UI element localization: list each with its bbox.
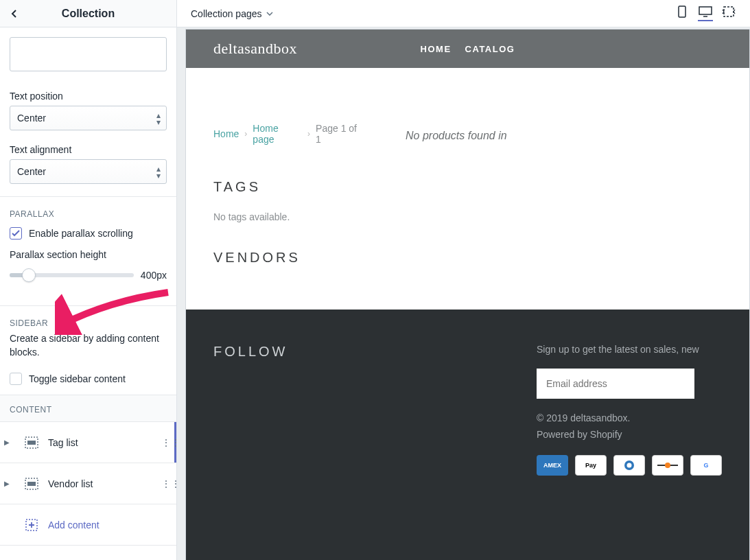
nav-catalog[interactable]: CATALOG	[465, 44, 515, 54]
description-textarea[interactable]	[10, 37, 167, 71]
toggle-sidebar-checkbox[interactable]	[10, 373, 22, 385]
store-logo[interactable]: deltasandbox	[213, 40, 297, 58]
payment-icons: AMEX Pay G	[537, 455, 722, 476]
text-alignment-value: Center	[17, 166, 46, 177]
add-content-label: Add content	[48, 520, 154, 530]
page-selector[interactable]: Collection pages	[191, 8, 273, 19]
text-position-value: Center	[17, 113, 46, 124]
desktop-preview-icon[interactable]	[698, 6, 713, 21]
section-icon	[22, 474, 41, 493]
discover-icon	[652, 455, 683, 476]
text-position-label: Text position	[10, 91, 167, 102]
parallax-height-slider[interactable]	[10, 273, 134, 277]
content-block-list: ▶ Tag list ⋮⋮ ▶ Vendor list ⋮⋮ ▶	[0, 421, 176, 546]
breadcrumb-home[interactable]: Home	[213, 128, 239, 139]
enable-parallax-label: Enable parallax scrolling	[29, 228, 133, 239]
svg-rect-7	[724, 7, 734, 16]
diners-club-icon	[613, 455, 645, 476]
sidebar-header: Collection	[0, 0, 176, 27]
vendors-heading: VENDORS	[213, 250, 364, 266]
google-pay-icon: G	[690, 455, 722, 476]
store-nav: HOME CATALOG	[421, 44, 515, 54]
amex-icon: AMEX	[537, 455, 568, 476]
tags-heading: TAGS	[213, 179, 364, 195]
main-area: Collection pages deltasandbox	[177, 0, 750, 560]
store-footer: FOLLOW Sign up to get the latest on sale…	[186, 310, 749, 560]
expand-icon[interactable]: ▶	[4, 439, 15, 446]
back-button[interactable]	[3, 0, 25, 27]
parallax-height-value: 400px	[141, 270, 167, 281]
text-position-select[interactable]: Center ▴▾	[10, 106, 167, 130]
no-tags-text: No tags available.	[213, 211, 364, 222]
parallax-section-title: PARALLAX	[0, 197, 176, 223]
breadcrumb-home-page[interactable]: Home page	[253, 123, 302, 145]
follow-heading: FOLLOW	[213, 344, 495, 360]
store-preview: deltasandbox HOME CATALOG Home › Home pa…	[185, 29, 750, 560]
content-block-vendor-list[interactable]: ▶ Vendor list ⋮⋮	[0, 463, 176, 504]
text-alignment-select[interactable]: Center ▴▾	[10, 159, 167, 184]
svg-rect-3	[27, 482, 36, 486]
parallax-height-label: Parallax section height	[10, 249, 167, 260]
select-chevron-icon: ▴▾	[156, 112, 161, 126]
content-section-title: CONTENT	[0, 395, 176, 421]
slider-handle[interactable]	[22, 268, 36, 282]
toggle-sidebar-label: Toggle sidebar content	[29, 373, 126, 384]
add-content-button[interactable]: ▶ Add content ⋮⋮	[0, 504, 176, 546]
chevron-down-icon	[266, 12, 273, 16]
email-field[interactable]	[537, 369, 694, 399]
fullscreen-preview-icon[interactable]	[721, 6, 736, 21]
mobile-preview-icon[interactable]	[675, 6, 690, 21]
no-products-message: No products found in	[406, 130, 722, 142]
drag-handle-icon[interactable]: ⋮⋮	[161, 478, 169, 489]
svg-point-9	[627, 463, 632, 468]
svg-point-11	[665, 463, 670, 468]
breadcrumb-separator-icon: ›	[307, 129, 310, 139]
apple-pay-icon: Pay	[575, 455, 607, 476]
drag-handle-icon[interactable]: ⋮⋮	[161, 437, 169, 448]
svg-rect-1	[27, 441, 36, 445]
nav-home[interactable]: HOME	[421, 44, 452, 54]
preview-topbar: Collection pages	[177, 0, 750, 27]
sidebar-title: Collection	[0, 8, 176, 20]
content-block-label: Tag list	[48, 437, 154, 448]
expand-icon[interactable]: ▶	[4, 480, 15, 487]
sidebar-section-description: Create a sidebar by adding content block…	[0, 332, 176, 369]
content-block-label: Vendor list	[48, 478, 154, 489]
store-header: deltasandbox HOME CATALOG	[186, 30, 749, 68]
copyright-text: © 2019 deltasandbox.	[537, 412, 722, 423]
breadcrumb-separator-icon: ›	[244, 129, 247, 139]
select-chevron-icon: ▴▾	[156, 165, 161, 179]
svg-rect-6	[699, 7, 712, 14]
svg-rect-5	[679, 6, 685, 17]
enable-parallax-checkbox[interactable]	[10, 227, 22, 240]
sidebar-scroll[interactable]: Text position Center ▴▾ Text alignment C…	[0, 27, 176, 560]
signup-text: Sign up to get the latest on sales, new	[537, 344, 722, 355]
section-icon	[22, 433, 41, 452]
breadcrumb: Home › Home page › Page 1 of 1	[213, 123, 364, 145]
page-selector-label: Collection pages	[191, 8, 262, 19]
add-icon	[22, 515, 41, 535]
settings-sidebar: Collection Text position Center ▴▾ Text …	[0, 0, 177, 560]
text-alignment-label: Text alignment	[10, 144, 167, 155]
sidebar-section-title: SIDEBAR	[0, 306, 176, 332]
powered-by-text[interactable]: Powered by Shopify	[537, 429, 722, 440]
content-block-tag-list[interactable]: ▶ Tag list ⋮⋮	[0, 422, 176, 463]
breadcrumb-page: Page 1 of 1	[316, 123, 364, 145]
